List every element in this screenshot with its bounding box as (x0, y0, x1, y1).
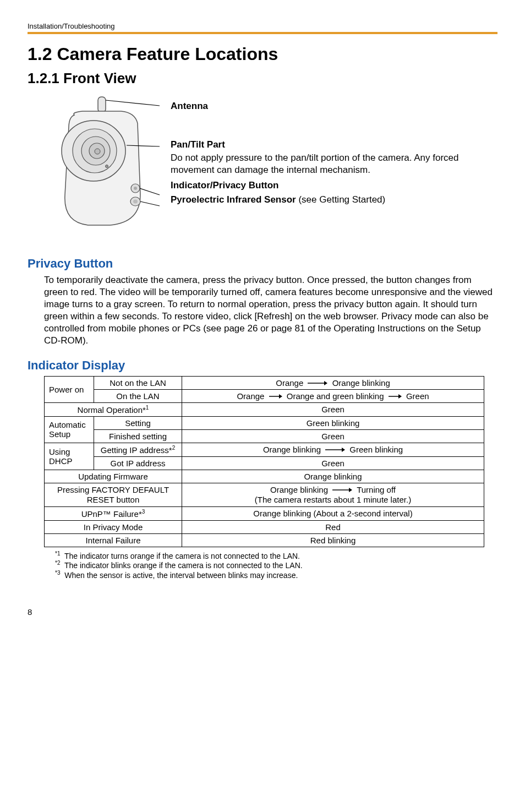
sup: 2 (172, 445, 176, 451)
svg-line-13 (140, 188, 160, 195)
table-row: Internal Failure Red blinking (45, 533, 484, 547)
table-row: Using DHCP Getting IP address*2 Orange b… (45, 443, 484, 456)
cell-normal-op-val: Green (182, 402, 484, 416)
sup: 3 (142, 509, 145, 515)
cell-factory: Pressing FACTORY DEFAULT RESET button (45, 483, 182, 506)
svg-point-10 (133, 200, 138, 204)
text: Green (406, 391, 429, 401)
cell-not-on-lan-val: Orange Orange blinking (182, 376, 484, 389)
table-row: UPnP™ Failure*3 Orange blinking (About a… (45, 506, 484, 520)
arrow-icon (269, 394, 282, 399)
table-row: Got IP address Green (45, 456, 484, 470)
svg-marker-18 (279, 394, 282, 399)
text: Orange (276, 378, 303, 388)
fn3-sup: *3 (55, 570, 60, 576)
label-pyro-sensor: Pyroelectric Infrared Sensor (171, 194, 296, 205)
table-row: In Privacy Mode Red (45, 520, 484, 533)
cell-getting-ip-val: Orange blinking Green blinking (182, 443, 484, 456)
label-antenna: Antenna (171, 100, 497, 112)
svg-rect-0 (98, 97, 106, 112)
text: Green blinking (349, 445, 403, 454)
text: Orange (237, 391, 264, 401)
svg-point-5 (95, 149, 100, 154)
cell-finished-val: Green (182, 429, 484, 443)
page-title-h2: 1.2.1 Front View (28, 70, 497, 87)
table-row: Pressing FACTORY DEFAULT RESET button Or… (45, 483, 484, 506)
arrow-icon (308, 380, 327, 386)
text: Normal Operation* (78, 405, 146, 415)
text: Orange blinking (263, 445, 321, 454)
cell-got-ip: Got IP address (94, 456, 182, 470)
cell-normal-op: Normal Operation*1 (45, 402, 182, 416)
pan-tilt-desc: Do not apply pressure to the pan/tilt po… (171, 152, 497, 176)
arrow-icon (389, 394, 402, 399)
svg-point-6 (106, 165, 108, 168)
cell-setting-val: Green blinking (182, 416, 484, 429)
svg-point-8 (134, 187, 137, 190)
svg-marker-24 (349, 488, 352, 492)
text: Orange blinking (270, 485, 328, 494)
fn1-text: The indicator turns orange if the camera… (64, 551, 300, 560)
table-row: Finished setting Green (45, 429, 484, 443)
arrow-icon (325, 447, 345, 453)
text: UPnP™ Failure* (81, 509, 142, 519)
cell-factory-val: Orange blinking Turning off (The camera … (182, 483, 484, 506)
svg-marker-22 (342, 448, 345, 452)
text: (The camera restarts about 1 minute late… (255, 495, 411, 504)
cell-on-lan-val: Orange Orange and green blinking Green (182, 389, 484, 402)
svg-line-11 (106, 100, 160, 106)
fn2-sup: *2 (55, 560, 60, 566)
label-pan-tilt: Pan/Tilt Part (171, 139, 497, 151)
cell-upnp: UPnP™ Failure*3 (45, 506, 182, 520)
page-number: 8 (28, 607, 497, 617)
table-row: Normal Operation*1 Green (45, 402, 484, 416)
fn1-sup: *1 (55, 551, 60, 557)
text: Getting IP address* (101, 445, 172, 455)
text: Orange and green blinking (287, 391, 384, 401)
text: Orange blinking (332, 378, 390, 388)
page-title-h1: 1.2 Camera Feature Locations (28, 44, 497, 64)
cell-setting: Setting (94, 416, 182, 429)
cell-upnp-val: Orange blinking (About a 2-second interv… (182, 506, 484, 520)
fn3-text: When the sensor is active, the interval … (64, 571, 298, 580)
label-indicator-privacy: Indicator/Privacy Button (171, 180, 278, 190)
arrow-icon (332, 487, 352, 493)
cell-got-ip-val: Green (182, 456, 484, 470)
camera-figure: Antenna Pan/Tilt Part Do not apply press… (44, 96, 497, 241)
camera-illustration (44, 96, 165, 241)
cell-internal: Internal Failure (45, 533, 182, 547)
cell-using-dhcp: Using DHCP (45, 443, 94, 470)
cell-on-lan: On the LAN (94, 389, 182, 402)
fn2-text: The indicator blinks orange if the camer… (64, 561, 303, 570)
table-row: Automatic Setup Setting Green blinking (45, 416, 484, 429)
footnotes: *1 The indicator turns orange if the cam… (55, 551, 497, 580)
table-row: Power on Not on the LAN Orange Orange bl… (45, 376, 484, 389)
section-indicator-display: Indicator Display (28, 358, 497, 373)
sup: 1 (146, 405, 149, 411)
indicator-table: Power on Not on the LAN Orange Orange bl… (44, 376, 484, 547)
cell-not-on-lan: Not on the LAN (94, 376, 182, 389)
cell-updating: Updating Firmware (45, 470, 182, 483)
table-row: On the LAN Orange Orange and green blink… (45, 389, 484, 402)
cell-internal-val: Red blinking (182, 533, 484, 547)
text: Turning off (357, 485, 396, 494)
cell-updating-val: Orange blinking (182, 470, 484, 483)
cell-auto-setup: Automatic Setup (45, 416, 94, 443)
svg-marker-16 (324, 381, 327, 385)
breadcrumb: Installation/Troubleshooting (28, 22, 497, 34)
cell-getting-ip: Getting IP address*2 (94, 443, 182, 456)
svg-marker-20 (398, 394, 402, 399)
section-privacy-button: Privacy Button (28, 257, 497, 271)
cell-privacy-mode: In Privacy Mode (45, 520, 182, 533)
label-pyro-rest: (see Getting Started) (296, 194, 386, 205)
privacy-body: To temporarily deactivate the camera, pr… (44, 274, 497, 347)
cell-finished: Finished setting (94, 429, 182, 443)
table-row: Updating Firmware Orange blinking (45, 470, 484, 483)
cell-power-on: Power on (45, 376, 94, 402)
cell-privacy-mode-val: Red (182, 520, 484, 533)
svg-line-14 (140, 201, 160, 206)
